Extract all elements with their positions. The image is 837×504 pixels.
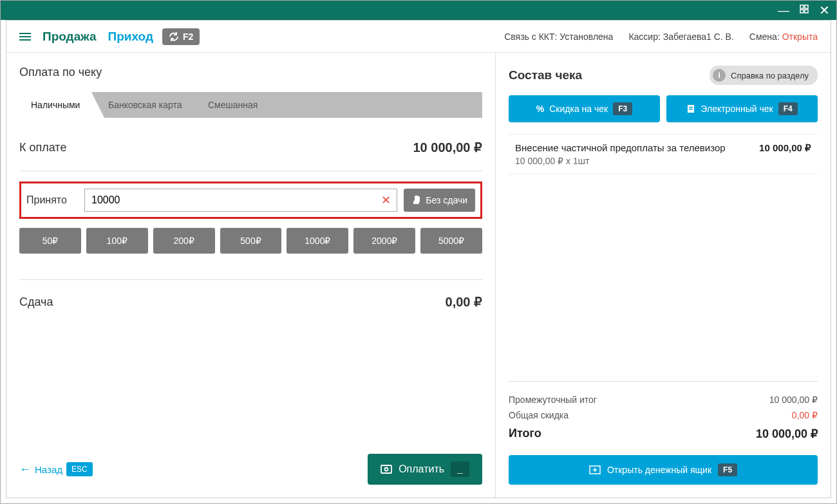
item-name: Внесение частичной предоплаты за телевиз… — [515, 142, 726, 153]
bottom-actions: ← Назад ESC Оплатить _ — [19, 441, 482, 498]
payment-tabs: Наличными Банковская карта Смешанная — [19, 92, 482, 118]
hand-icon — [411, 195, 422, 205]
shift-status: Смена: Открыта — [749, 32, 818, 42]
to-pay-label: К оплате — [19, 141, 66, 154]
change-value: 0,00 ₽ — [446, 294, 482, 310]
subtotal-value: 10 000,00 ₽ — [769, 395, 818, 405]
topbar: Продажа Приход F2 Связь с ККТ: Установле… — [6, 21, 831, 53]
close-icon[interactable]: ✕ — [819, 3, 830, 18]
receipt-panel: Состав чека i Справка по разделу % Скидк… — [496, 53, 831, 498]
denom-200[interactable]: 200₽ — [153, 228, 215, 254]
payment-title: Оплата по чеку — [19, 66, 482, 79]
pay-button[interactable]: Оплатить _ — [368, 454, 482, 485]
drawer-icon — [589, 465, 601, 474]
change-row: Сдача 0,00 ₽ — [19, 279, 482, 324]
accepted-label: Принято — [26, 194, 78, 206]
percent-icon: % — [536, 104, 544, 114]
svg-rect-7 — [689, 107, 693, 108]
denom-500[interactable]: 500₽ — [220, 228, 282, 254]
main: Оплата по чеку Наличными Банковская карт… — [6, 53, 831, 498]
esc-badge: ESC — [66, 462, 93, 476]
denom-50[interactable]: 50₽ — [19, 228, 81, 254]
svg-rect-2 — [800, 10, 804, 13]
total-label: Итого — [509, 427, 541, 441]
denom-1000[interactable]: 1000₽ — [287, 228, 348, 254]
svg-rect-0 — [800, 5, 804, 8]
svg-rect-8 — [689, 109, 693, 110]
payment-panel: Оплата по чеку Наличными Банковская карт… — [6, 53, 496, 498]
window: Продажа Приход F2 Связь с ККТ: Установле… — [6, 20, 831, 498]
f5-badge: F5 — [718, 463, 737, 476]
receipt-item: Внесение частичной предоплаты за телевиз… — [509, 134, 818, 174]
title-sale: Продажа — [42, 30, 97, 44]
title-income[interactable]: Приход — [108, 30, 153, 44]
accepted-input[interactable] — [84, 189, 397, 212]
subtotal-label: Промежуточный итог — [509, 395, 597, 405]
denom-5000[interactable]: 5000₽ — [420, 228, 482, 254]
discount-value: 0,00 ₽ — [792, 410, 818, 420]
svg-point-5 — [385, 468, 388, 471]
maximize-icon[interactable] — [800, 5, 809, 16]
denom-100[interactable]: 100₽ — [86, 228, 148, 254]
help-link[interactable]: i Справка по разделу — [710, 66, 818, 85]
minimize-icon[interactable]: ― — [778, 4, 789, 17]
pay-key: _ — [451, 462, 469, 477]
menu-icon[interactable] — [19, 33, 31, 41]
refresh-button[interactable]: F2 — [162, 28, 200, 45]
arrow-left-icon: ← — [19, 463, 31, 476]
receipt-title: Состав чека — [509, 68, 582, 82]
tab-cash[interactable]: Наличными — [19, 92, 91, 118]
change-label: Сдача — [19, 295, 53, 309]
info-icon: i — [713, 69, 726, 82]
accepted-highlight: Принято ✕ Без сдачи — [19, 182, 482, 219]
back-link[interactable]: ← Назад ESC — [19, 462, 93, 476]
svg-rect-4 — [381, 465, 391, 473]
echeck-button[interactable]: Электронный чек F4 — [666, 95, 818, 122]
totals: Промежуточный итог 10 000,00 ₽ Общая ски… — [509, 381, 818, 443]
denom-2000[interactable]: 2000₽ — [353, 228, 415, 254]
to-pay-value: 10 000,00 ₽ — [413, 140, 482, 155]
kkt-status: Связь с ККТ: Установлена — [504, 32, 613, 42]
item-total: 10 000,00 ₽ — [759, 142, 811, 166]
total-value: 10 000,00 ₽ — [756, 427, 818, 441]
svg-rect-3 — [805, 10, 808, 13]
tab-mixed[interactable]: Смешанная — [196, 92, 269, 118]
discount-button[interactable]: % Скидка на чек F3 — [509, 95, 660, 122]
tab-card[interactable]: Банковская карта — [97, 92, 193, 118]
discount-label: Общая скидка — [509, 410, 569, 420]
receipt-icon — [686, 104, 695, 113]
f4-badge: F4 — [778, 102, 798, 115]
no-change-button[interactable]: Без сдачи — [404, 189, 475, 212]
cashier-label: Кассир: Забегаева1 С. В. — [628, 32, 733, 42]
open-drawer-button[interactable]: Открыть денежный ящик F5 — [509, 455, 818, 485]
receipt-header: Состав чека i Справка по разделу — [509, 66, 818, 85]
svg-rect-1 — [805, 5, 808, 8]
item-qty: 10 000,00 ₽ х 1шт — [515, 156, 726, 166]
clear-icon[interactable]: ✕ — [381, 193, 391, 207]
refresh-icon — [169, 32, 179, 42]
f3-badge: F3 — [613, 102, 632, 115]
receipt-actions: % Скидка на чек F3 Электронный чек F4 — [509, 95, 818, 122]
denominations: 50₽ 100₽ 200₽ 500₽ 1000₽ 2000₽ 5000₽ — [19, 228, 482, 254]
to-pay-row: К оплате 10 000,00 ₽ — [19, 124, 482, 171]
titlebar: ― ✕ — [1, 1, 836, 20]
pay-icon — [381, 465, 392, 474]
